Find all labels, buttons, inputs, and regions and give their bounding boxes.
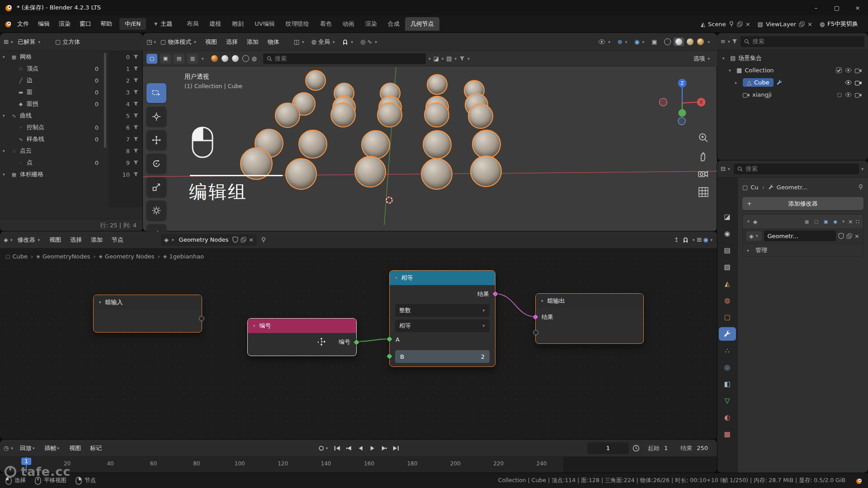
menu-item-vp-menus-1[interactable]: 选择 xyxy=(222,38,242,46)
display-render-toggle[interactable]: ◉ xyxy=(832,218,839,225)
menu-item-vp-menus-2[interactable]: 添加 xyxy=(242,38,263,46)
spreadsheet-row-6[interactable]: ◦控制点0 xyxy=(0,122,103,133)
shading-solid-active[interactable] xyxy=(674,38,684,46)
operation-dropdown[interactable]: 相等▾ xyxy=(395,319,490,332)
theme-dropdown[interactable]: ▼主题 xyxy=(149,20,177,28)
viewport-editor-icon[interactable]: ◳ xyxy=(146,38,152,45)
transform-orientation-dropdown[interactable]: ◍全局▾ xyxy=(308,37,338,47)
virtual-output-socket[interactable] xyxy=(199,316,204,321)
globe-icon[interactable]: ◍ xyxy=(252,55,257,62)
eye-icon[interactable] xyxy=(845,80,852,85)
timeline-menu-0[interactable]: 回放▾ xyxy=(15,444,40,452)
blender-menu-icon[interactable] xyxy=(4,20,13,28)
prev-keyframe-button[interactable] xyxy=(345,445,352,451)
material-ball-icon[interactable] xyxy=(211,55,218,62)
spreadsheet-row-4[interactable]: ◆面拐0 xyxy=(0,98,103,110)
start-frame-field[interactable]: 起始1 xyxy=(643,442,672,454)
scene-sphere-11[interactable] xyxy=(330,102,356,127)
timeline-menu-2[interactable]: 视图 xyxy=(65,444,85,452)
node-compare[interactable]: ▾相等 结果 整数▾ 相等▾ A B2 xyxy=(389,270,495,367)
outliner-row-scene-collection[interactable]: ▾▤ 场景集合 xyxy=(720,52,865,64)
select-mode-extend[interactable]: ▣ xyxy=(160,54,171,64)
maximize-button[interactable]: ▢ xyxy=(826,0,847,15)
properties-search-input[interactable]: 搜索 xyxy=(734,164,859,174)
current-frame-field[interactable]: 1 xyxy=(587,442,629,454)
close-icon[interactable]: × xyxy=(807,21,812,28)
options-dropdown[interactable]: 选项▾ xyxy=(690,54,713,64)
render-tab[interactable]: ◉ xyxy=(720,227,735,240)
spreadsheet-row-1[interactable]: ∷顶点0 xyxy=(0,63,103,75)
bookmark-icon[interactable]: ◪ xyxy=(433,55,439,62)
scene-sphere-0[interactable] xyxy=(305,70,326,91)
scene-sphere-22[interactable] xyxy=(354,156,386,188)
data-type-dropdown[interactable]: 整数▾ xyxy=(395,304,490,317)
shading-wireframe-icon[interactable] xyxy=(664,38,671,45)
modifier-panel-header[interactable]: ▾ ◈ ▦ ▢ ▣ ◉ ▾ × ∷ xyxy=(743,215,863,228)
overlays-toggle[interactable]: ◉▾ xyxy=(632,38,648,46)
workspace-tab-0[interactable]: 布局 xyxy=(181,17,204,31)
scene-sphere-13[interactable] xyxy=(424,102,449,127)
select-box-tool[interactable] xyxy=(146,83,166,103)
snap-toggle[interactable]: ▾ xyxy=(339,38,357,46)
cube-selected-pill[interactable]: △ Cube xyxy=(743,78,774,87)
camera-render-icon[interactable] xyxy=(855,80,862,85)
scene-sphere-18[interactable] xyxy=(423,130,452,159)
add-modifier-button[interactable]: + 添加修改器 xyxy=(742,197,863,210)
end-frame-field[interactable]: 结束250 xyxy=(676,442,712,454)
rotate-tool[interactable] xyxy=(146,154,166,174)
eye-icon[interactable] xyxy=(845,92,852,97)
workspace-tab-1[interactable]: 建模 xyxy=(204,17,226,31)
camera-view-icon[interactable] xyxy=(697,168,710,180)
close-icon[interactable]: × xyxy=(848,218,853,225)
pin-icon[interactable] xyxy=(858,184,863,190)
filter-funnel-icon[interactable] xyxy=(133,137,138,141)
visibility-dropdown[interactable]: ▾ xyxy=(595,38,614,45)
expand-caret-icon[interactable]: ▾ xyxy=(3,149,8,153)
dataset-dropdown[interactable]: 已解算▾ xyxy=(15,37,44,47)
spreadsheet-row-8[interactable]: ▾∴点云 xyxy=(0,145,103,157)
expand-caret-icon[interactable]: ▾ xyxy=(3,113,8,118)
scene-sphere-19[interactable] xyxy=(472,130,501,159)
world-tab[interactable]: ◍ xyxy=(720,294,735,307)
menu-item-vp-menus-3[interactable]: 物体 xyxy=(263,38,284,46)
fake-user-shield-icon[interactable] xyxy=(232,236,238,243)
filter-funnel-icon[interactable] xyxy=(133,160,138,165)
scene-sphere-14[interactable] xyxy=(468,103,493,129)
menu-item-ne-menus-2[interactable]: 添加 xyxy=(86,236,107,244)
close-icon[interactable]: × xyxy=(745,21,750,28)
menu-item-ne-menus-1[interactable]: 选择 xyxy=(66,236,86,244)
filter-funnel-icon[interactable] xyxy=(133,149,138,153)
breadcrumb-modifier[interactable]: Geometr... xyxy=(777,184,807,191)
physics-tab[interactable]: ◎ xyxy=(720,361,735,374)
properties-editor-icon[interactable]: ⊟ xyxy=(721,165,726,172)
workspace-tab-5[interactable]: 着色 xyxy=(315,17,337,31)
minimize-button[interactable]: – xyxy=(806,0,826,15)
viewlayer-selector[interactable]: ▧ ViewLayer × xyxy=(754,21,816,28)
viewport-search-input[interactable]: 搜索 xyxy=(263,53,426,64)
scene-sphere-23[interactable] xyxy=(421,158,453,190)
node-group-browse-button[interactable]: ◈▾ xyxy=(746,231,762,241)
workspace-tab-8[interactable]: 合成 xyxy=(382,17,405,31)
menu-item-topbar-menus-3[interactable]: 窗口 xyxy=(75,20,96,28)
expand-caret-icon[interactable]: ▾ xyxy=(3,172,8,177)
sphere-icon[interactable] xyxy=(222,55,228,62)
spreadsheet-row-0[interactable]: ▾▦网格 xyxy=(0,51,103,63)
spreadsheet-row-10[interactable]: ▾▦体积栅格 xyxy=(0,169,103,180)
node-group-selector[interactable]: ◈▾ Geometry Nodes × xyxy=(161,234,257,246)
copy-icon[interactable] xyxy=(737,21,743,27)
camera-render-icon[interactable] xyxy=(855,68,862,73)
workspace-tab-2[interactable]: 雕刻 xyxy=(226,17,249,31)
display-editmode-toggle[interactable]: ▢ xyxy=(813,218,820,225)
spreadsheet-row-5[interactable]: ▾∿曲线 xyxy=(0,110,103,122)
filter-funnel-icon[interactable] xyxy=(133,102,138,106)
copy-icon[interactable] xyxy=(846,233,852,239)
object-tab[interactable]: ▢ xyxy=(720,310,735,324)
gizmos-toggle[interactable]: ⊕▾ xyxy=(615,38,631,46)
next-keyframe-button[interactable] xyxy=(380,445,387,451)
menu-item-topbar-menus-4[interactable]: 帮助 xyxy=(96,20,117,28)
scene-tab[interactable]: ◭ xyxy=(720,277,735,291)
material-tab[interactable]: ◐ xyxy=(720,411,735,424)
scene-sphere-16[interactable] xyxy=(298,130,327,159)
menu-item-ne-menus-0[interactable]: 视图 xyxy=(45,236,66,244)
workspace-tab-3[interactable]: UV编辑 xyxy=(249,17,280,31)
